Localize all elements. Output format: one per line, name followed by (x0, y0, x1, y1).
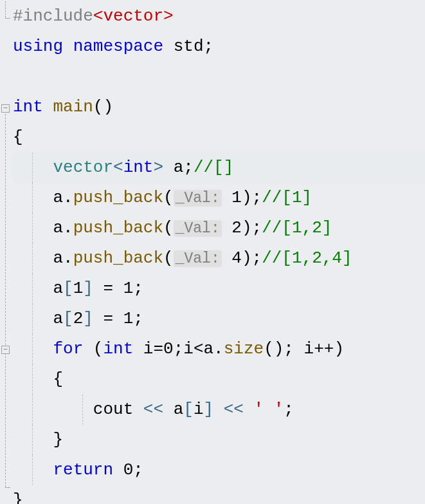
code-line: int main() (13, 92, 425, 122)
code-line: a.push_back(_Val: 2);//[1,2] (13, 213, 425, 243)
token-num: 0 (163, 339, 174, 359)
token-op: << (213, 400, 253, 419)
token-func: size (224, 339, 264, 359)
param-hint: _Val: (174, 190, 222, 207)
code-line: return 0; (13, 455, 425, 485)
token-ident: a (53, 279, 63, 298)
token-comment: //[] (194, 158, 233, 177)
token-preproc: #include (13, 6, 93, 26)
param-hint: _Val: (174, 250, 222, 267)
token-op: << (133, 400, 173, 419)
fold-icon[interactable]: − (1, 346, 10, 354)
token-punct: ] (204, 400, 214, 419)
code-line: a[1] = 1; (13, 274, 425, 304)
fold-icon[interactable]: − (1, 104, 10, 113)
token-punct: ; (183, 158, 194, 177)
token-brace: } (13, 490, 23, 504)
token-punct: . (63, 248, 73, 268)
token-punct: . (63, 188, 73, 207)
token-punct: ( (163, 218, 174, 238)
token-ident: a (53, 218, 63, 238)
token-num: 2 (73, 309, 84, 328)
token-ident: i= (133, 339, 163, 359)
token-brace: } (53, 430, 63, 449)
token-punct: ) (334, 339, 344, 359)
token-ident: a (53, 188, 63, 207)
token-punct: ] (83, 309, 93, 328)
code-line: #include<vector> (13, 1, 425, 32)
token-ident: a (53, 309, 63, 328)
token-ident: i<a. (183, 339, 223, 359)
token-punct: ; (133, 279, 143, 298)
code-line: using namespace std; (13, 32, 425, 62)
token-char: ' ' (254, 400, 284, 419)
token-func: main (53, 97, 93, 117)
token-punct: ; (133, 309, 143, 328)
token-type: int (103, 339, 133, 359)
token-num: 1 (123, 309, 134, 328)
token-punct: ; (284, 400, 294, 419)
token-func: push_back (73, 188, 163, 207)
token-op: = (93, 279, 123, 298)
code-line: cout << a[i] << ' '; (13, 395, 425, 425)
gutter: − − (0, 1, 12, 504)
token-ident: a (174, 400, 184, 419)
token-keyword: using (13, 37, 63, 56)
code-editor: − − #include<vector> using namespace std… (0, 1, 425, 504)
token-punct: ( (163, 188, 174, 207)
token-punct: ; (133, 460, 143, 480)
token-punct: ) (242, 248, 252, 268)
token-punct: ; (203, 37, 213, 56)
code-line: } (13, 425, 425, 455)
code-line: } (13, 485, 425, 504)
code-line: { (13, 122, 425, 153)
code-line: a[2] = 1; (13, 304, 425, 334)
token-ident: std (174, 37, 204, 56)
token-punct: ) (242, 218, 252, 238)
token-num: 2 (231, 218, 242, 238)
token-num: 1 (123, 279, 134, 298)
token-punct: ; (284, 339, 294, 359)
code-line: vector<int> a;//[] (13, 153, 425, 183)
token-ident: i++ (294, 339, 334, 359)
token-func: push_back (73, 248, 163, 268)
token-punct: ( (83, 339, 103, 359)
token-ident: a (163, 158, 183, 177)
token-punct: ; (174, 339, 184, 359)
token-keyword: namespace (73, 37, 163, 56)
token-punct: ] (83, 279, 93, 298)
token-comment: //[1,2] (262, 218, 332, 238)
token-ident: a (53, 248, 63, 268)
token-punct: () (93, 97, 113, 117)
token-num: 4 (231, 248, 242, 268)
token-punct: () (264, 339, 284, 359)
token-punct: ; (252, 218, 262, 238)
token-punct: . (63, 218, 73, 238)
code-line (13, 62, 425, 92)
token-ident: cout (93, 400, 133, 419)
code-line: { (13, 364, 425, 395)
token-comment: //[1,2,4] (262, 248, 352, 268)
code-line: for (int i=0;i<a.size(); i++) (13, 334, 425, 364)
param-hint: _Val: (174, 220, 222, 237)
token-ident: i (194, 400, 204, 419)
token-num: 1 (73, 279, 84, 298)
token-brace: { (53, 369, 63, 389)
token-punct: [ (63, 279, 73, 298)
code-area[interactable]: #include<vector> using namespace std; in… (0, 1, 425, 504)
token-class: vector (53, 158, 113, 177)
token-keyword: for (53, 339, 83, 359)
token-type: int (123, 158, 154, 177)
token-punct: ( (163, 248, 174, 268)
token-keyword: return (53, 460, 113, 480)
token-punct: [ (183, 400, 194, 419)
token-op: = (93, 309, 123, 328)
token-punct: < (113, 158, 123, 177)
token-punct: [ (63, 309, 73, 328)
token-type: int (13, 97, 43, 117)
token-num: 0 (113, 460, 133, 480)
token-num: 1 (231, 188, 242, 207)
token-header: <vector> (93, 6, 174, 26)
token-punct: ; (252, 248, 262, 268)
token-func: push_back (73, 218, 163, 238)
